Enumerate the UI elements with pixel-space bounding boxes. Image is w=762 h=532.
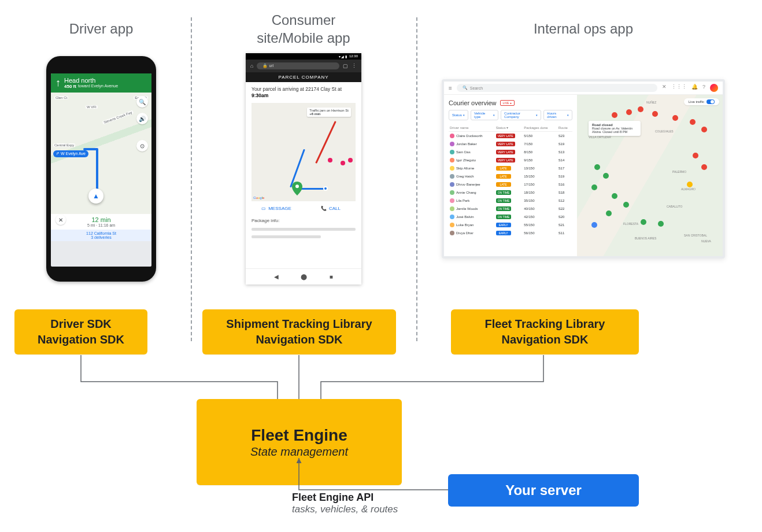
column-driver: Driver app ↑ Head north 450 ft toward Ev…: [12, 0, 191, 356]
status-time: 12:30: [349, 54, 358, 58]
eta-time: 12 min: [51, 216, 151, 223]
courier-table: Driver nameStatus ▾Packages doneRoute Cl…: [449, 124, 572, 237]
panel-title: Courier overview: [449, 99, 497, 106]
call-button: 📞CALL: [306, 206, 356, 211]
table-row: Greg Hatch LATE 15/150S19: [449, 172, 572, 180]
phone-map: Glen Ct Stevens Creek Fwy Central Expy E…: [51, 93, 151, 214]
map-marker: [612, 193, 617, 199]
route-line: [83, 148, 98, 150]
api-label: Fleet Engine API tasks, vehicles, & rout…: [292, 492, 398, 515]
skeleton-line: [251, 235, 321, 238]
volume-icon: 🔊: [136, 113, 148, 124]
signal-icon: ▾ ◢ ▮: [339, 54, 347, 58]
ops-mockup: ≡ 🔍Search ✕ ⋮⋮⋮ 🔔 ? Courier overview: [416, 47, 750, 290]
api-label-main: Fleet Engine API: [292, 492, 398, 504]
driver-title: Driver app: [69, 10, 134, 47]
filter-chip: Hours driven ▾: [543, 110, 572, 120]
table-row: Jamila Woods ON TIME 40/150S22: [449, 205, 572, 213]
recent-icon: ■: [330, 274, 333, 280]
map-area-label: ALMAGRO: [681, 187, 696, 191]
arrow-up-icon: ↑: [56, 77, 61, 89]
package-info-label: Package info:: [246, 216, 361, 226]
map-label: W VFI: [86, 105, 98, 109]
map-marker: [606, 210, 612, 216]
map-marker: [638, 106, 643, 112]
table-row: Divya Dhar EARLY 56/150S11: [449, 229, 572, 237]
help-icon: ?: [702, 84, 705, 92]
skeleton-line: [251, 228, 356, 231]
traffic-line2: +6 min: [309, 112, 320, 116]
fleet-engine-title: Fleet Engine: [251, 426, 347, 444]
nav-banner: ↑ Head north 450 ft toward Evelyn Avenue: [51, 73, 151, 93]
company-bar: PARCEL COMPANY: [246, 72, 361, 82]
ops-title: Internal ops app: [534, 10, 633, 47]
nav-sub: toward Evelyn Avenue: [78, 84, 118, 89]
ops-topbar: ≡ 🔍Search ✕ ⋮⋮⋮ 🔔 ?: [444, 82, 723, 95]
consumer-title: Consumer site/Mobile app: [257, 10, 350, 47]
filters-row: Status ▾Vehicle type ▾Contractor Company…: [449, 110, 572, 120]
api-label-sub: tasks, vehicles, & routes: [292, 504, 398, 515]
fleet-engine-subtitle: State management: [208, 445, 390, 459]
column-consumer: Consumer site/Mobile app ▾ ◢ ▮ 12:30 ⌂ 🔒…: [191, 0, 416, 356]
consumer-sdk-box: Shipment Tracking Library Navigation SDK: [202, 309, 396, 354]
svg-point-0: [295, 184, 299, 188]
table-header: Driver name: [449, 124, 495, 132]
tabs-icon: ▢: [343, 63, 348, 69]
table-row: Luke Bryan EARLY 55/150S21: [449, 221, 572, 229]
android-nav-bar: ◀ ⬤ ■: [246, 268, 361, 285]
live-badge: LIVE ●: [500, 100, 515, 106]
map-marker: [626, 109, 632, 115]
ops-frame: ≡ 🔍Search ✕ ⋮⋮⋮ 🔔 ? Courier overview: [442, 79, 725, 258]
search-input: 🔍Search: [457, 84, 657, 92]
map-area-label: COLEGIALES: [655, 130, 674, 133]
search-placeholder: Search: [470, 86, 483, 90]
close-icon: ✕: [56, 215, 66, 225]
map-marker: [603, 173, 609, 179]
parcel-msg-text: Your parcel is arriving at 22174 Clay St…: [251, 86, 342, 92]
message-icon: ▭: [261, 206, 266, 211]
map-area-label: PALERMO: [672, 170, 686, 173]
map-popup: Road closed Road closure on Av. Valentín…: [589, 121, 641, 136]
call-label: CALL: [329, 206, 341, 211]
avatar: [710, 84, 718, 92]
map-marker: [594, 164, 600, 170]
map-marker: [641, 219, 646, 225]
phone-screen: ↑ Head north 450 ft toward Evelyn Avenue…: [51, 73, 151, 267]
fleet-engine-box: Fleet Engine State management: [197, 399, 402, 485]
table-row: Skip Allume LATE 13/150S17: [449, 164, 572, 172]
google-logo: Google: [253, 196, 264, 200]
phone-bottom-bar: ✕ 12 min 5 mi · 11:16 am: [51, 214, 151, 230]
traffic-chip: Traffic jam on Harrison St +6 min: [307, 108, 351, 117]
destination-pin-icon: [292, 182, 302, 195]
map-marker: [690, 119, 696, 125]
ops-panel-title-row: Courier overview LIVE ●: [449, 99, 572, 106]
map-label: Glen Ct: [54, 96, 68, 99]
close-icon: ✕: [662, 84, 667, 92]
filter-chip: Vehicle type ▾: [471, 110, 498, 120]
map-area-label: VILLA ORTUZAR: [589, 135, 611, 139]
consumer-frame: ▾ ◢ ▮ 12:30 ⌂ 🔒 url ▢ ⋮ PARCEL COMPANY Y…: [246, 53, 361, 285]
map-marker: [591, 222, 597, 228]
table-row: Sam Das VERY LATE 8/150S13: [449, 148, 572, 156]
bell-icon: 🔔: [691, 84, 698, 92]
url-field: 🔒 url: [257, 62, 339, 69]
table-header: Status ▾: [495, 124, 523, 132]
map-marker: [701, 127, 707, 132]
url-text: url: [269, 64, 273, 68]
map-marker: [672, 115, 678, 121]
map-label: Central Expy: [53, 143, 75, 147]
ops-map: Live traffic Road closed Road closure on…: [577, 95, 723, 256]
map-marker: [687, 182, 693, 187]
toggle-icon: [706, 99, 715, 104]
apps-icon: ⋮⋮⋮: [671, 84, 687, 92]
filter-chip: Contractor Company ▾: [501, 110, 541, 120]
eta-sub: 5 mi · 11:16 am: [51, 223, 151, 227]
map-area-label: FLORESTA: [623, 222, 638, 226]
delivery-address: 112 California St: [51, 231, 151, 235]
message-button: ▭MESSAGE: [251, 206, 301, 211]
map-marker: [693, 153, 698, 158]
table-row: Claire Duckworth VERY LATE 5/150S23: [449, 132, 572, 141]
map-area-label: BUENOS AIRES: [635, 237, 656, 240]
phone-frame: ↑ Head north 450 ft toward Evelyn Avenue…: [46, 56, 156, 282]
table-row: Lila Park ON TIME 35/150S12: [449, 197, 572, 205]
